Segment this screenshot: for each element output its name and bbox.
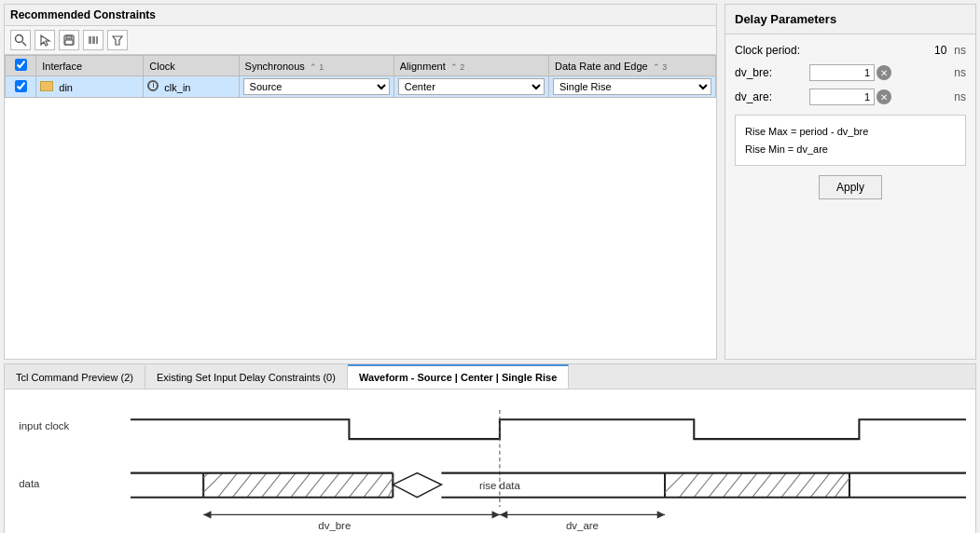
dv-are-arrow-left	[500, 511, 507, 518]
datarate-select[interactable]: Single Rise Single Fall Double	[553, 78, 711, 95]
svg-rect-5	[89, 36, 91, 44]
dv-are-label: dv_are:	[735, 90, 809, 103]
dv-bre-arrow-label: dv_bre	[318, 520, 351, 531]
input-clock-label: input clock	[19, 420, 69, 431]
tabs-bar: Tcl Command Preview (2) Existing Set Inp…	[5, 364, 975, 390]
row-checkbox[interactable]	[15, 80, 27, 92]
row-interface: din	[36, 76, 144, 98]
alignment-select[interactable]: Center Start End	[398, 78, 545, 95]
rise-data-text: rise data	[479, 480, 521, 491]
clock-period-unit: ns	[954, 44, 966, 57]
formula-rise-min: Rise Min = dv_are	[745, 141, 956, 158]
delay-params-title: Delay Parameters	[725, 5, 975, 34]
tab-existing-constraints[interactable]: Existing Set Input Delay Constraints (0)	[145, 364, 348, 389]
clock-period-label: Clock period:	[735, 44, 809, 57]
tab-waveform[interactable]: Waveform - Source | Center | Single Rise	[348, 364, 569, 389]
save-button[interactable]	[59, 30, 79, 50]
apply-button[interactable]: Apply	[819, 175, 882, 199]
hatch-left	[203, 473, 393, 498]
search-button[interactable]	[10, 30, 31, 50]
dv-bre-input[interactable]	[809, 64, 875, 81]
dv-are-arrow-right	[657, 511, 665, 518]
transition-diamond	[393, 473, 441, 498]
dv-bre-clear-button[interactable]: ✕	[876, 65, 891, 80]
svg-marker-8	[113, 36, 122, 45]
dv-bre-unit: ns	[954, 66, 966, 79]
columns-button[interactable]	[83, 30, 104, 50]
clock-waveform	[131, 419, 966, 439]
col-clock[interactable]: Clock	[144, 56, 239, 76]
svg-rect-7	[96, 36, 98, 44]
svg-marker-29	[665, 473, 849, 498]
row-alignment: Center Start End	[393, 76, 548, 98]
clock-icon	[147, 80, 159, 91]
hatch-right	[665, 473, 849, 498]
data-label: data	[19, 478, 40, 489]
clock-period-row: Clock period: 10 ns	[735, 44, 966, 57]
clock-period-value: 10	[809, 44, 950, 57]
formula-rise-max: Rise Max = period - dv_bre	[745, 123, 956, 141]
row-synchronous: Source Destination	[239, 76, 393, 98]
header-checkbox-col	[6, 56, 36, 76]
dv-are-clear-button[interactable]: ✕	[876, 89, 891, 104]
waveform-svg: input clock data	[14, 399, 966, 533]
svg-point-0	[16, 35, 23, 43]
cursor-button[interactable]	[35, 30, 55, 50]
select-all-checkbox[interactable]	[15, 59, 27, 71]
col-datarate[interactable]: Data Rate and Edge ⌃ 3	[548, 56, 715, 76]
row-clock: clk_in	[144, 76, 239, 98]
sort-badge-datarate: ⌃ 3	[653, 62, 668, 72]
row-checkbox-cell	[6, 76, 36, 98]
svg-marker-9	[203, 473, 393, 498]
dv-are-unit: ns	[954, 90, 966, 103]
folder-icon	[40, 81, 53, 91]
constraints-table: Interface Clock Synchronous ⌃ 1 Alignmen…	[5, 55, 716, 98]
svg-line-1	[22, 42, 26, 46]
row-datarate: Single Rise Single Fall Double	[548, 76, 715, 98]
sort-badge-align: ⌃ 2	[450, 62, 465, 72]
svg-rect-4	[65, 40, 73, 45]
dv-are-arrow-label: dv_are	[566, 520, 599, 531]
dv-are-input[interactable]	[809, 89, 875, 105]
svg-rect-3	[66, 35, 72, 39]
col-synchronous[interactable]: Synchronous ⌃ 1	[239, 56, 393, 76]
delay-params-panel: Delay Parameters Clock period: 10 ns dv_…	[725, 4, 976, 360]
table-row: din clk_in Source Destination	[6, 76, 716, 98]
synchronous-select[interactable]: Source Destination	[243, 78, 390, 95]
tab-tcl-preview[interactable]: Tcl Command Preview (2)	[5, 364, 145, 389]
formula-box: Rise Max = period - dv_bre Rise Min = dv…	[735, 115, 966, 166]
filter-button[interactable]	[107, 30, 128, 50]
dv-bre-arrow-right	[492, 511, 500, 518]
dv-bre-label: dv_bre:	[735, 66, 809, 79]
col-alignment[interactable]: Alignment ⌃ 2	[393, 56, 548, 76]
sort-badge-sync: ⌃ 1	[310, 62, 324, 72]
dv-bre-row: dv_bre: ✕ ns	[735, 64, 966, 81]
svg-rect-6	[92, 36, 95, 44]
panel-title: Recommended Constraints	[5, 5, 716, 26]
dv-are-row: dv_are: ✕ ns	[735, 89, 966, 105]
bottom-section: Tcl Command Preview (2) Existing Set Inp…	[4, 363, 976, 533]
toolbar	[5, 26, 716, 55]
waveform-area: input clock data	[5, 390, 975, 533]
dv-bre-arrow-left	[203, 511, 211, 518]
col-interface[interactable]: Interface	[36, 56, 144, 76]
